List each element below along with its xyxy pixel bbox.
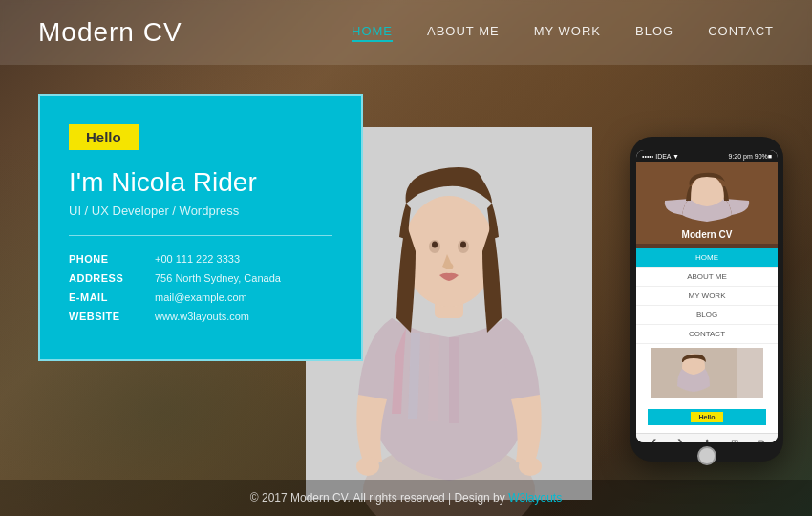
contact-info: PHONE +00 111 222 3333 ADDRESS 756 North…: [69, 253, 332, 322]
nav-about[interactable]: ABOUT ME: [427, 24, 500, 42]
phone-tabs-icon[interactable]: ⧉: [758, 438, 764, 442]
main-content: Hello I'm Nicola Rider UI / UX Developer…: [0, 65, 812, 481]
phone-mockup: ••••• IDEA ▼ 9:20 pm 90%■ Modern CV: [630, 137, 783, 462]
phone-status-bar: ••••• IDEA ▼ 9:20 pm 90%■: [636, 150, 778, 162]
phone-value: +00 111 222 3333: [155, 253, 332, 265]
email-value: mail@example.com: [155, 291, 332, 303]
phone-nav-home[interactable]: HOME: [636, 248, 778, 268]
footer-text: © 2017 Modern CV. All rights reserved | …: [250, 491, 508, 505]
profile-card: Hello I'm Nicola Rider UI / UX Developer…: [38, 94, 363, 361]
phone-hello-badge: Hello: [691, 412, 722, 422]
phone-forward-icon[interactable]: ❯: [676, 438, 684, 442]
phone-bookmark-icon[interactable]: ⊞: [731, 438, 738, 442]
phone-title: Modern CV: [642, 229, 772, 240]
phone-nav-contact[interactable]: CONTACT: [636, 325, 778, 344]
footer: © 2017 Modern CV. All rights reserved | …: [0, 480, 812, 516]
main-nav: HOME ABOUT ME MY WORK BLOG CONTACT: [352, 24, 774, 42]
svg-point-7: [356, 457, 379, 476]
phone-share-icon[interactable]: ⬆: [703, 438, 711, 442]
phone-nav-work[interactable]: MY WORK: [636, 287, 778, 306]
phone-carrier: ••••• IDEA ▼: [642, 153, 679, 160]
svg-point-2: [403, 196, 495, 307]
site-logo: Modern CV: [38, 17, 182, 48]
website-value: www.w3layouts.com: [155, 311, 332, 322]
svg-point-5: [432, 242, 438, 248]
nav-blog[interactable]: BLOG: [635, 24, 673, 42]
phone-nav: HOME ABOUT ME MY WORK BLOG CONTACT: [636, 248, 778, 344]
website-label: WEBSITE: [69, 311, 145, 322]
phone-back-icon[interactable]: ❮: [650, 438, 657, 442]
header: Modern CV HOME ABOUT ME MY WORK BLOG CON…: [0, 0, 812, 65]
nav-contact[interactable]: CONTACT: [708, 24, 774, 42]
nav-work[interactable]: MY WORK: [534, 24, 601, 42]
email-label: E-MAIL: [69, 291, 145, 303]
card-divider: [69, 235, 332, 236]
phone-nav-blog[interactable]: BLOG: [636, 306, 778, 325]
address-label: ADDRESS: [69, 272, 145, 284]
phone-hello-section: Hello: [636, 401, 778, 433]
footer-link[interactable]: W3layouts: [508, 491, 562, 505]
svg-point-6: [460, 242, 466, 248]
phone-bottom-bar: ❮ ❯ ⬆ ⊞ ⧉: [636, 433, 778, 442]
svg-point-8: [519, 457, 542, 476]
phone-screen: ••••• IDEA ▼ 9:20 pm 90%■ Modern CV: [636, 150, 778, 442]
phone-nav-about[interactable]: ABOUT ME: [636, 268, 778, 287]
phone-profile-image: [651, 348, 763, 398]
person-tagline: UI / UX Developer / Wordpress: [69, 204, 332, 218]
person-name: I'm Nicola Rider: [69, 167, 332, 198]
phone-hello-bar: Hello: [648, 409, 766, 425]
hello-badge: Hello: [69, 124, 139, 150]
phone-label: PHONE: [69, 253, 145, 265]
phone-home-button[interactable]: [697, 446, 716, 465]
phone-header: Modern CV: [636, 162, 778, 248]
phone-time-battery: 9:20 pm 90%■: [729, 153, 772, 160]
nav-home[interactable]: HOME: [352, 24, 393, 42]
address-value: 756 North Sydney, Canada: [155, 272, 332, 284]
